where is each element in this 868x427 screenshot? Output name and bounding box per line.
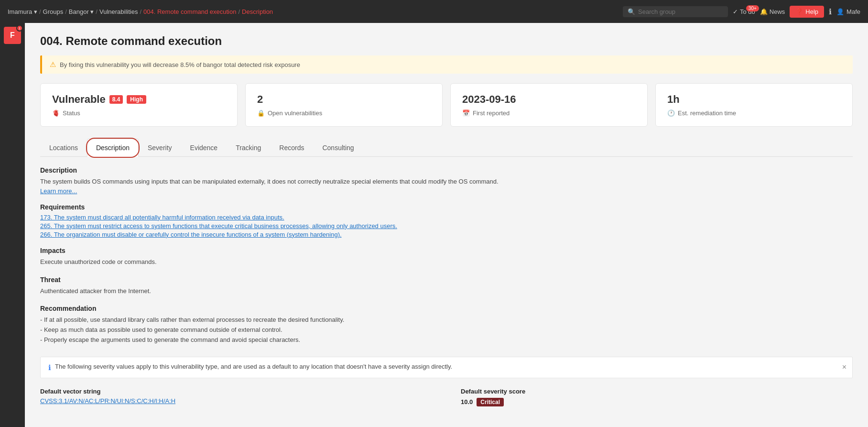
first-reported-card: 2023-09-16 📅 First reported xyxy=(450,83,648,127)
heart-icon: 🫀 xyxy=(52,109,60,117)
score-row: 10.0 Critical xyxy=(461,398,853,406)
severity-info-note: ℹ The following severity values apply to… xyxy=(40,357,853,378)
lock-icon: 🔒 xyxy=(257,109,265,117)
info-note-text: The following severity values apply to t… xyxy=(55,363,452,370)
tab-records[interactable]: Records xyxy=(270,139,313,157)
severity-badge: High xyxy=(127,95,146,104)
tab-description[interactable]: Description xyxy=(87,139,139,157)
status-text: Vulnerable xyxy=(52,93,106,106)
impacts-text: Execute unauthorized code or commands. xyxy=(40,257,853,267)
page-title: 004. Remote command execution xyxy=(40,34,853,48)
info-icon: ℹ xyxy=(48,363,51,372)
clock-icon: 🕐 xyxy=(667,109,675,117)
first-reported-value: 2023-09-16 xyxy=(462,93,636,106)
remediation-label: 🕐 Est. remediation time xyxy=(667,109,841,117)
status-label: 🫀 Status xyxy=(52,109,226,117)
help-label: Help xyxy=(805,8,818,15)
calendar-icon: 📅 xyxy=(462,109,470,117)
top-navigation: Imamura ▾ / Groups / Bangor ▾ / Vulnerab… xyxy=(0,0,868,23)
status-card: Vulnerable 8.4 High 🫀 Status xyxy=(40,83,238,127)
sidebar-logo[interactable]: F ! xyxy=(4,27,21,44)
recommendation-line-3: - Properly escape the arguments used to … xyxy=(40,335,853,345)
threat-title: Threat xyxy=(40,276,853,284)
cvss-score: 8.4 xyxy=(109,95,123,104)
checkmark-icon: ✓ xyxy=(733,8,738,15)
threat-section: Threat Authenticated attacker from the I… xyxy=(40,276,853,296)
requirement-2[interactable]: 265. The system must restrict access to … xyxy=(40,222,853,230)
learn-more-link[interactable]: Learn more... xyxy=(40,187,77,195)
breadcrumb-groups[interactable]: Groups xyxy=(43,8,64,15)
first-reported-label: 📅 First reported xyxy=(462,109,636,117)
requirements-list: 173. The system must discard all potenti… xyxy=(40,214,853,238)
impacts-title: Impacts xyxy=(40,247,853,254)
status-value: Vulnerable 8.4 High xyxy=(52,93,226,106)
default-score-label: Default severity score xyxy=(461,388,853,395)
tab-locations[interactable]: Locations xyxy=(40,139,87,157)
breadcrumb-imamura[interactable]: Imamura ▾ xyxy=(8,8,37,15)
recommendation-line-2: - Keep as much data as possible used to … xyxy=(40,325,853,335)
remediation-value: 1h xyxy=(667,93,841,106)
recommendation-line-1: - If at all possible, use standard libra… xyxy=(40,315,853,325)
description-title: Description xyxy=(40,166,853,174)
search-icon: 🔍 xyxy=(628,8,635,15)
user-icon: 👤 xyxy=(836,8,844,15)
default-vector-value[interactable]: CVSS:3.1/AV:N/AC:L/PR:N/UI:N/S:C/C:H/I:H… xyxy=(40,397,175,405)
default-vector-label: Default vector string xyxy=(40,388,432,395)
default-vector-col: Default vector string CVSS:3.1/AV:N/AC:L… xyxy=(40,388,432,406)
default-vector-section: Default vector string CVSS:3.1/AV:N/AC:L… xyxy=(40,388,853,406)
sidebar: F ! xyxy=(0,23,25,427)
info-button[interactable]: ℹ xyxy=(829,7,832,16)
tab-severity[interactable]: Severity xyxy=(139,139,181,157)
open-vuln-card: 2 🔒 Open vulnerabilities xyxy=(245,83,443,127)
tab-tracking[interactable]: Tracking xyxy=(227,139,270,157)
breadcrumb: Imamura ▾ / Groups / Bangor ▾ / Vulnerab… xyxy=(8,8,617,15)
threat-text: Authenticated attacker from the Internet… xyxy=(40,286,853,296)
description-text: The system builds OS commands using inpu… xyxy=(40,177,853,187)
open-vuln-value: 2 xyxy=(257,93,431,106)
bell-icon: 🔔 xyxy=(760,8,768,15)
todo-badge: 30+ xyxy=(746,5,759,11)
todo-button[interactable]: ✓ To do 30+ xyxy=(733,8,755,15)
alert-text: By fixing this vulnerability you will de… xyxy=(60,61,300,68)
close-note-button[interactable]: × xyxy=(842,363,846,372)
breadcrumb-bangor[interactable]: Bangor ▾ xyxy=(69,8,94,15)
requirements-section: Requirements 173. The system must discar… xyxy=(40,203,853,238)
user-menu[interactable]: 👤 Mafe xyxy=(836,8,860,15)
user-label: Mafe xyxy=(846,8,860,15)
breadcrumb-description[interactable]: Description xyxy=(242,8,273,15)
news-button[interactable]: 🔔 News xyxy=(760,8,785,15)
news-label: News xyxy=(770,8,785,15)
main-content: 004. Remote command execution ⚠ By fixin… xyxy=(25,23,868,427)
metrics-cards: Vulnerable 8.4 High 🫀 Status 2 🔒 Open vu… xyxy=(40,83,853,127)
tab-consulting[interactable]: Consulting xyxy=(313,139,363,157)
critical-badge: Critical xyxy=(477,398,504,406)
open-vuln-label: 🔒 Open vulnerabilities xyxy=(257,109,431,117)
description-content: Description The system builds OS command… xyxy=(40,166,853,406)
alert-banner: ⚠ By fixing this vulnerability you will … xyxy=(40,55,853,74)
tab-bar: Locations Description Severity Evidence … xyxy=(40,138,853,157)
impacts-section: Impacts Execute unauthorized code or com… xyxy=(40,247,853,267)
remediation-card: 1h 🕐 Est. remediation time xyxy=(655,83,853,127)
help-button[interactable]: ❓ Help xyxy=(790,6,824,18)
search-input[interactable] xyxy=(638,8,723,15)
breadcrumb-vuln-name[interactable]: 004. Remote command execution xyxy=(143,8,236,15)
nav-actions: 🔍 ✓ To do 30+ 🔔 News ❓ Help ℹ 👤 Mafe xyxy=(623,6,860,18)
recommendation-section: Recommendation - If at all possible, use… xyxy=(40,305,853,345)
recommendation-title: Recommendation xyxy=(40,305,853,312)
default-score-col: Default severity score 10.0 Critical xyxy=(461,388,853,406)
sidebar-notification: ! xyxy=(16,25,23,32)
description-section: Description The system builds OS command… xyxy=(40,166,853,195)
help-icon: ❓ xyxy=(795,8,803,15)
tab-evidence[interactable]: Evidence xyxy=(181,139,227,157)
warning-icon: ⚠ xyxy=(50,60,56,69)
page-layout: F ! 004. Remote command execution ⚠ By f… xyxy=(0,23,868,427)
requirement-1[interactable]: 173. The system must discard all potenti… xyxy=(40,214,853,221)
requirement-3[interactable]: 266. The organization must disable or ca… xyxy=(40,231,853,238)
search-box[interactable]: 🔍 xyxy=(623,6,728,17)
requirements-title: Requirements xyxy=(40,203,853,211)
score-number: 10.0 xyxy=(461,398,473,405)
breadcrumb-vulnerabilities[interactable]: Vulnerabilities xyxy=(99,8,138,15)
